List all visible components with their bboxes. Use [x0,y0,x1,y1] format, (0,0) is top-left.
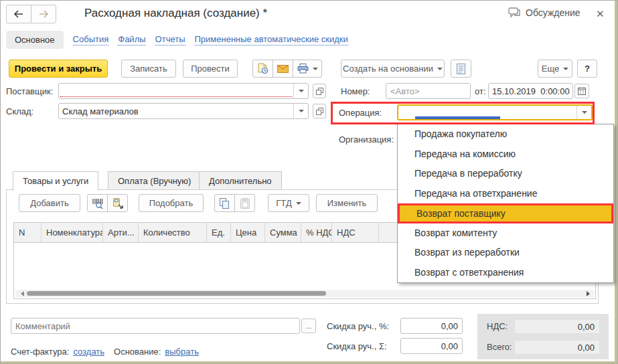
close-button[interactable]: ✕ [596,8,605,20]
nav-tab-row: Основное События Файлы Отчеты Примененны… [6,31,348,49]
dropdown-item-commission[interactable]: Передача на комиссию [398,145,613,165]
scroll-left-icon[interactable] [21,291,24,296]
operation-selected-text: Возврат поставщику [415,116,500,119]
invoice-row: Счет-фактура: создать Основание: выбрать [11,347,199,357]
operation-value: Возврат поставщику [398,106,576,119]
warehouse-field[interactable]: Склад материалов [58,103,309,119]
grand-total-value: 0,00 [514,340,600,355]
tab-goods-services[interactable]: Товары и услуги [13,171,98,191]
operation-label: Операция: [339,108,382,118]
print-button[interactable] [293,60,322,78]
dropdown-item-return-to-supplier[interactable]: Возврат поставщику [398,203,613,223]
change-button[interactable]: Изменить [316,194,378,212]
send-email-button[interactable] [273,60,293,78]
copy-paste-group [214,194,255,212]
back-button[interactable] [6,5,31,23]
discussion-button[interactable]: Обсуждение [508,7,581,18]
warehouse-open-button[interactable] [313,104,326,118]
write-button[interactable]: Записать [121,60,176,78]
scrollbar-thumb[interactable] [27,291,326,296]
dropdown-item-safekeeping[interactable]: Передача на ответхранение [398,184,613,204]
horizontal-scrollbar[interactable] [15,290,594,297]
comment-more-button[interactable]: ... [301,318,316,333]
related-reports-button[interactable] [451,60,471,78]
document-window: Расходная накладная (создание) * Обсужде… [0,0,618,364]
warehouse-label: Склад: [6,106,33,116]
barcode-scan-button[interactable] [87,194,108,212]
document-clock-icon [258,63,268,74]
discount-pct-input[interactable]: 0,00 [400,318,463,334]
post-later-button[interactable] [252,60,273,78]
open-form-icon [316,108,323,115]
paste-rows-button[interactable] [234,194,255,212]
discount-sum-label: Скидка руч., Σ: [327,341,387,351]
invoice-create-link[interactable]: создать [73,347,104,357]
dropdown-item-sale[interactable]: Продажа покупателю [398,124,613,145]
help-button[interactable]: ? [577,60,597,78]
envelope-icon [277,65,289,73]
tab-events[interactable]: События [73,34,109,46]
back-arrow-icon [13,10,24,18]
print-caret-icon [313,68,318,70]
column-header-quantity[interactable]: Количество [139,223,207,242]
total-label: Всего: [487,342,512,352]
organization-label: Организация: [339,134,394,145]
post-button[interactable]: Провести [183,60,238,78]
chevron-down-icon [299,110,304,112]
gtd-button[interactable]: ГТД [268,194,309,212]
column-header-unit[interactable]: Ед. [207,223,231,242]
tab-auto-discounts[interactable]: Примененные автоматические скидки [195,34,348,46]
dropdown-item-return-from-safekeeping[interactable]: Возврат с ответхранения [398,263,613,283]
chevron-down-icon [582,111,587,114]
post-and-close-button[interactable]: Провести и закрыть [9,60,108,78]
tab-payment-manual[interactable]: Оплата (Вручную) [108,171,201,190]
number-field[interactable]: <Авто> [386,83,471,99]
basis-select-link[interactable]: выбрать [165,347,199,357]
supplier-field[interactable] [58,83,309,99]
column-header-n[interactable]: N [14,223,42,242]
dropdown-item-return-from-processing[interactable]: Возврат из переработки [398,243,613,263]
tab-reports[interactable]: Отчеты [155,34,185,46]
column-header-vat[interactable]: НДС [332,223,379,242]
date-picker-button[interactable] [574,84,589,98]
tab-additional[interactable]: Дополнительно [199,171,282,190]
forward-button[interactable] [31,5,56,23]
column-header-article[interactable]: Арти... [103,223,139,242]
scroll-right-icon[interactable] [587,291,590,296]
operation-dropdown-menu: Продажа покупателю Передача на комиссию … [397,124,614,283]
copy-icon [220,198,230,209]
chevron-down-icon [299,90,304,92]
totals-panel: НДС: 0,00 Всего: 0,00 [477,314,609,359]
discount-sum-input[interactable]: 0,00 [400,338,463,354]
operation-field[interactable]: Возврат поставщику [397,104,593,120]
column-header-price[interactable]: Цена [231,223,265,242]
vat-label: НДС: [487,321,508,331]
dropdown-item-return-consignor[interactable]: Возврат комитенту [398,223,613,244]
create-based-on-button[interactable]: Создать на основании [341,60,445,78]
tab-main[interactable]: Основное [6,31,64,49]
more-button[interactable]: Еще [538,60,572,78]
supplier-label: Поставщик: [6,86,53,96]
date-label: от: [475,86,486,96]
column-header-nomenclature[interactable]: Номенклатура [42,223,103,242]
pick-items-button[interactable]: Подобрать [139,194,204,212]
copy-rows-button[interactable] [214,194,235,212]
warehouse-dropdown-button[interactable] [293,104,308,118]
column-header-vat-pct[interactable]: % НДС [301,223,332,242]
date-field[interactable]: 15.10.2019 0:00:00 [488,83,573,99]
create-based-on-caret-icon [437,68,443,70]
discount-pct-label: Скидка руч., %: [327,321,389,331]
add-row-button[interactable]: Добавить [19,194,80,212]
data-terminal-button[interactable] [107,194,128,212]
supplier-open-button[interactable] [313,84,326,98]
operation-dropdown-button[interactable] [576,106,591,119]
column-header-sum[interactable]: Сумма [265,223,301,242]
number-label: Номер: [341,86,370,96]
gtd-caret-icon [296,202,301,205]
warehouse-value: Склад материалов [59,104,293,118]
discussion-label: Обсуждение [526,7,581,18]
comment-input[interactable] [11,318,300,334]
supplier-dropdown-button[interactable] [293,84,308,98]
dropdown-item-processing[interactable]: Передача в переработку [398,164,613,184]
tab-files[interactable]: Файлы [118,34,145,46]
